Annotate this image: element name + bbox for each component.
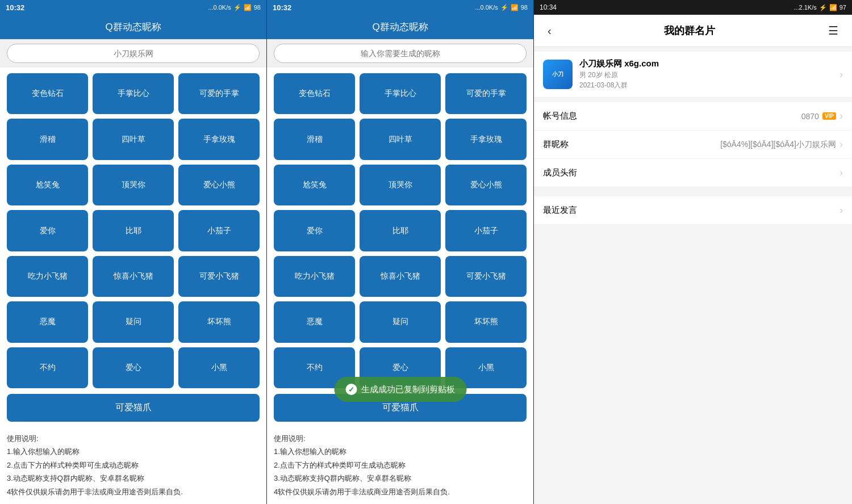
nickname-button[interactable]: 比耶 [360,210,441,251]
member-title-row[interactable]: 成员头衔 › [534,159,852,187]
recent-speech-row[interactable]: 最近发言 › [534,196,852,225]
nickname-button[interactable]: 尬笑兔 [274,165,355,205]
nickname-button[interactable]: 爱你 [7,210,88,251]
buttons-grid-1: 变色钻石手掌比心可爱的手掌滑稽四叶草手拿玫瑰尬笑兔顶哭你爱心小熊爱你比耶小茄子吃… [0,68,266,394]
instruction-line: 3.动态昵称支持Q群内昵称、安卓群名昵称 [274,472,527,485]
group-nickname-value: [$óĀ4%][$óĀ4][$óĀ4]小刀娱乐网 › [720,138,843,150]
nickname-button[interactable]: 尬笑兔 [7,165,88,205]
nickname-button[interactable]: 可爱小飞猪 [445,256,527,297]
nickname-button[interactable]: 爱心 [93,347,174,388]
nickname-input-1[interactable] [7,44,260,63]
card-sub1: 男 20岁 松原 [579,70,659,80]
buttons-grid-2: 变色钻石手掌比心可爱的手掌滑稽四叶草手拿玫瑰尬笑兔顶哭你爱心小熊爱你比耶小茄子吃… [267,68,533,394]
card-section[interactable]: 小刀 小刀娱乐网 x6g.com 男 20岁 松原 2021-03-08入群 › [534,52,852,98]
nickname-input-2[interactable] [274,44,527,63]
network-speed-1: ...0.0K/s [208,4,231,11]
bt-icon-1: ⚡ [233,4,241,11]
avatar: 小刀 [543,60,573,89]
battery-1: 98 [254,4,261,11]
panel2: 10:32 ...0.0K/s ⚡ 📶 98 Q群动态昵称 变色钻石手掌比心可爱… [267,0,534,504]
nickname-button[interactable]: 疑问 [93,301,174,342]
nickname-button[interactable]: 惊喜小飞猪 [360,256,441,297]
network-speed-2: ...0.0K/s [475,4,498,11]
header-title-1: Q群动态昵称 [105,22,161,32]
nickname-button[interactable]: 可爱的手掌 [178,73,260,114]
nickname-button[interactable]: 小黑 [178,347,260,388]
nickname-button[interactable]: 四叶草 [93,119,174,159]
nickname-button[interactable]: 可爱小飞猪 [178,256,260,297]
member-title-value: › [840,167,843,179]
nickname-button[interactable]: 小茄子 [178,210,260,251]
app-header-1: Q群动态昵称 [0,15,266,39]
group-nickname-label: 群昵称 [543,139,569,150]
nickname-button[interactable]: 比耶 [93,210,174,251]
recent-section: 最近发言 › [534,196,852,225]
nickname-input-bar-1[interactable] [0,39,266,68]
battery-3: 97 [840,4,846,11]
nickname-button[interactable]: 手掌比心 [93,73,174,114]
time-2: 10:32 [273,3,291,12]
nickname-button[interactable]: 顶哭你 [360,165,441,205]
toast-text: 生成成功已复制到剪贴板 [361,384,455,395]
nickname-button[interactable]: 惊喜小飞猪 [93,256,174,297]
card-sub2: 2021-03-08入群 [579,81,659,90]
header-title-2: Q群动态昵称 [372,22,428,32]
bt-icon-3: ⚡ [819,4,827,11]
nickname-button[interactable]: 吃力小飞猪 [274,256,355,297]
nickname-button[interactable]: 顶哭你 [93,165,174,205]
nickname-button[interactable]: 可爱的手掌 [445,73,527,114]
wifi-icon-1: 📶 [244,4,252,11]
nickname-button[interactable]: 手拿玫瑰 [445,119,527,159]
nickname-button[interactable]: 滑稽 [274,119,355,159]
account-info-label: 帐号信息 [543,111,577,121]
account-info-value: 0870 VIP › [801,110,843,122]
bt-icon-2: ⚡ [500,4,508,11]
nickname-input-bar-2[interactable] [267,39,533,68]
group-nickname-row[interactable]: 群昵称 [$óĀ4%][$óĀ4][$óĀ4]小刀娱乐网 › [534,131,852,159]
instruction-line: 3.动态昵称支持Q群内昵称、安卓群名昵称 [7,472,260,485]
nickname-button[interactable]: 恶魔 [274,301,355,342]
network-speed-3: ...2.1K/s [793,4,816,11]
nickname-button[interactable]: 坏坏熊 [178,301,260,342]
instruction-line: 2.点击下方的样式种类即可生成动态昵称 [7,459,260,472]
nickname-button[interactable]: 恶魔 [7,301,88,342]
account-info-row[interactable]: 帐号信息 0870 VIP › [534,102,852,131]
nickname-button[interactable]: 不约 [7,347,88,388]
account-number: 0870 [801,112,819,121]
wifi-icon-2: 📶 [511,4,519,11]
generate-btn-1[interactable]: 可爱猫爪 [7,394,260,422]
status-bar-3: 10:34 ...2.1K/s ⚡ 📶 97 [534,0,852,15]
battery-2: 98 [521,4,528,11]
back-button[interactable]: ‹ [543,22,556,40]
nickname-button[interactable]: 吃力小飞猪 [7,256,88,297]
card-name: 小刀娱乐网 x6g.com [579,58,659,69]
nickname-button[interactable]: 变色钻石 [7,73,88,114]
recent-speech-value: › [840,204,843,216]
instruction-line: 1.输入你想输入的昵称 [7,445,260,458]
status-icons-1: ...0.0K/s ⚡ 📶 98 [208,4,261,11]
card-chevron-icon: › [840,69,843,81]
nickname-button[interactable]: 坏坏熊 [445,301,527,342]
nickname-button[interactable]: 疑问 [360,301,441,342]
right-header: ‹ 我的群名片 ☰ [534,15,852,47]
recent-speech-label: 最近发言 [543,205,577,216]
instruction-line: 2.点击下方的样式种类即可生成动态昵称 [274,459,527,472]
nickname-button[interactable]: 小茄子 [445,210,527,251]
nickname-button[interactable]: 爱你 [274,210,355,251]
app-header-2: Q群动态昵称 [267,15,533,39]
instruction-line: 使用说明: [274,432,527,445]
nickname-button[interactable]: 爱心小熊 [178,165,260,205]
nickname-button[interactable]: 手拿玫瑰 [178,119,260,159]
menu-button[interactable]: ☰ [824,22,843,40]
instruction-line: 4软件仅供娱乐请勿用于非法或商业用途否则后果自负. [7,485,260,498]
instruction-line: 1.输入你想输入的昵称 [274,445,527,458]
vip-badge: VIP [822,112,836,120]
card-info: 小刀 小刀娱乐网 x6g.com 男 20岁 松原 2021-03-08入群 [543,58,659,90]
group-nickname-chevron-icon: › [840,138,843,150]
nickname-button[interactable]: 四叶草 [360,119,441,159]
nickname-button[interactable]: 变色钻石 [274,73,355,114]
nickname-button[interactable]: 爱心小熊 [445,165,527,205]
nickname-button[interactable]: 滑稽 [7,119,88,159]
info-rows-group: 帐号信息 0870 VIP › 群昵称 [$óĀ4%][$óĀ4][$óĀ4]小… [534,102,852,187]
nickname-button[interactable]: 手掌比心 [360,73,441,114]
